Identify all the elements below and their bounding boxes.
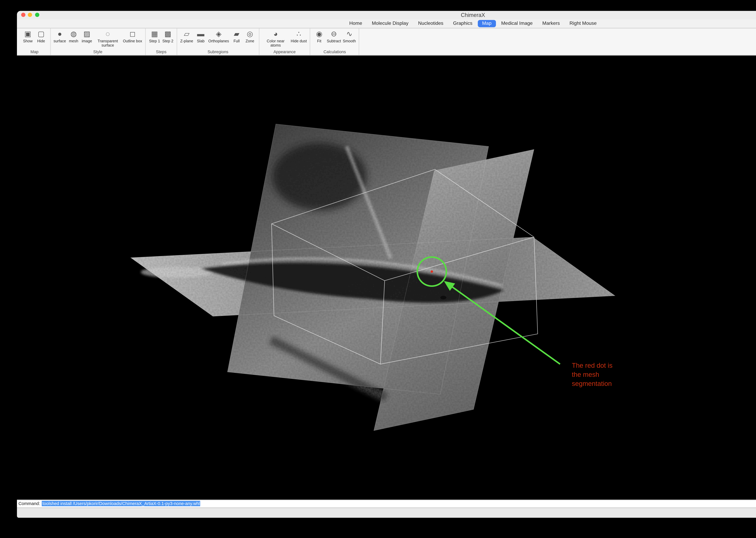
zoom-window-button[interactable] (35, 13, 39, 17)
toolbar-group-label: Calculations (313, 49, 356, 55)
mesh-icon: ◍ (71, 29, 77, 38)
slab-icon: ▬ (197, 29, 204, 38)
subtract-button[interactable]: ⊖Subtract (327, 29, 341, 43)
toolbar-group-label: Style (54, 49, 142, 55)
z-plane-icon: ▱ (184, 29, 189, 38)
mesh-button[interactable]: ◍mesh (68, 29, 80, 43)
color-near-atoms-button[interactable]: ◕Color near atoms (262, 29, 289, 47)
fit-button[interactable]: ◉Fit (313, 29, 325, 43)
mesh-segmentation-dot (430, 270, 433, 272)
toolbar-group-style: ●surface◍mesh▨image◌Transparent surface◻… (50, 28, 146, 55)
tab-home[interactable]: Home (345, 20, 366, 27)
chimerax-window: ChimeraX HomeMolecule DisplayNucleotides… (17, 11, 756, 518)
transparent-surface-icon: ◌ (106, 29, 110, 38)
slab-button[interactable]: ▬Slab (195, 29, 206, 43)
tab-bar: HomeMolecule DisplayNucleotidesGraphicsM… (17, 19, 756, 28)
main-area: The red dot is the mesh segmentation × −… (17, 55, 756, 500)
outline-box-icon: ◻ (130, 29, 135, 38)
tab-nucleotides[interactable]: Nucleotides (414, 20, 448, 27)
viewport[interactable]: The red dot is the mesh segmentation (17, 55, 756, 500)
toolbar-group-subregions: ▱Z-plane▬Slab◈Orthoplanes▰Full◎ZoneSubre… (177, 28, 259, 55)
zone-icon: ◎ (247, 29, 253, 38)
hide-dust-button[interactable]: ∴Hide dust (291, 29, 307, 43)
smooth-icon: ∿ (346, 29, 352, 38)
tab-graphics[interactable]: Graphics (449, 20, 477, 27)
show-button[interactable]: ▣Show (22, 29, 33, 43)
toolbar-group-calculations: ◉Fit⊖Subtract∿SmoothCalculations (310, 28, 359, 55)
transparent-surface-button[interactable]: ◌Transparent surface (94, 29, 121, 47)
traffic-lights (21, 13, 39, 17)
orthoplanes-button[interactable]: ◈Orthoplanes (208, 29, 229, 43)
hide-dust-icon: ∴ (297, 29, 301, 38)
command-input[interactable]: toolshed install /Users/pkorir/Downloads… (42, 501, 200, 507)
zone-button[interactable]: ◎Zone (244, 29, 256, 43)
show-icon: ▣ (24, 29, 31, 38)
close-window-button[interactable] (21, 13, 25, 17)
annotation-text: The red dot is the mesh segmentation (572, 361, 613, 389)
orthoplanes-render (130, 124, 615, 430)
toolbar-group-map: ▣Show▢HideMap (19, 28, 50, 55)
hide-icon: ▢ (38, 29, 44, 38)
image-icon: ▨ (83, 29, 90, 38)
fit-icon: ◉ (316, 29, 322, 38)
annotation-line: The red dot is (572, 361, 613, 370)
full-button[interactable]: ▰Full (231, 29, 243, 43)
step-1-icon: ▦ (151, 29, 158, 38)
orthoplanes-icon: ◈ (216, 29, 222, 38)
title-bar[interactable]: ChimeraX (17, 11, 756, 19)
tab-map[interactable]: Map (478, 20, 496, 27)
full-icon: ▰ (234, 29, 239, 38)
image-button[interactable]: ▨image (81, 29, 93, 43)
subtract-icon: ⊖ (331, 29, 337, 38)
status-bar: ϟ (17, 507, 756, 518)
hide-button[interactable]: ▢Hide (35, 29, 47, 43)
outline-box-button[interactable]: ◻Outline box (123, 29, 142, 43)
command-label: Command: (19, 501, 40, 507)
tab-molecule-display[interactable]: Molecule Display (368, 20, 413, 27)
toolbar-group-label: Steps (149, 49, 174, 55)
annotation-line: segmentation (572, 379, 613, 389)
surface-button[interactable]: ●surface (54, 29, 66, 43)
toolbar: ▣Show▢HideMap●surface◍mesh▨image◌Transpa… (17, 28, 756, 55)
smooth-button[interactable]: ∿Smooth (343, 29, 356, 43)
tab-medical-image[interactable]: Medical Image (497, 20, 537, 27)
color-near-atoms-icon: ◕ (273, 29, 278, 38)
toolbar-group-steps: ▦Step 1▩Step 2Steps (146, 28, 177, 55)
toolbar-group-label: Subregions (180, 49, 256, 55)
step-2-icon: ▩ (164, 29, 171, 38)
surface-icon: ● (58, 29, 62, 38)
minimize-window-button[interactable] (28, 13, 32, 17)
toolbar-group-appearance: ◕Color near atoms∴Hide dustAppearance (259, 28, 310, 55)
annotation-line: the mesh (572, 370, 613, 380)
window-title: ChimeraX (461, 12, 485, 18)
command-bar: Command: toolshed install /Users/pkorir/… (17, 500, 756, 507)
toolbar-group-label: Appearance (262, 49, 307, 55)
tab-markers[interactable]: Markers (538, 20, 564, 27)
step-2-button[interactable]: ▩Step 2 (162, 29, 174, 43)
tomogram-3d-view[interactable] (17, 55, 756, 500)
z-plane-button[interactable]: ▱Z-plane (180, 29, 193, 43)
toolbar-group-label: Map (22, 49, 47, 55)
step-1-button[interactable]: ▦Step 1 (149, 29, 160, 43)
tab-right-mouse[interactable]: Right Mouse (565, 20, 601, 27)
screen: ChimeraX HomeMolecule DisplayNucleotides… (0, 0, 756, 538)
